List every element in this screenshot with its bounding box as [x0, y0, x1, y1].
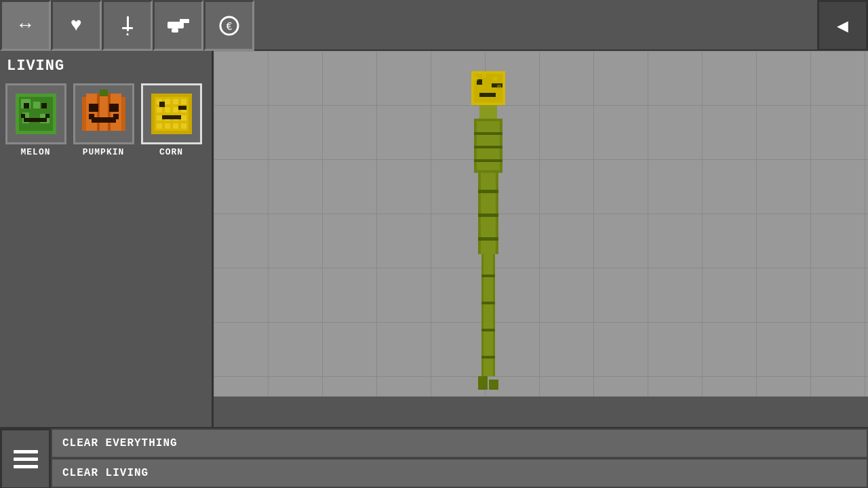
melon-label: MELON	[20, 147, 50, 157]
svg-rect-34	[481, 356, 495, 359]
svg-rect-13	[479, 93, 496, 97]
pumpkin-label: PUMPKIN	[83, 147, 125, 157]
items-grid: MELON PUMPKIN CORN	[0, 80, 212, 161]
svg-rect-15	[482, 74, 486, 78]
svg-rect-16	[493, 77, 497, 81]
svg-rect-22	[474, 146, 502, 148]
clear-living-button[interactable]: CLEAR LIVING	[51, 458, 868, 488]
svg-rect-28	[478, 237, 498, 241]
item-corn[interactable]: CORN	[139, 83, 203, 157]
svg-rect-5	[172, 28, 178, 33]
main-area: LIVING MELON PUMPKIN CORN	[0, 51, 868, 427]
sidebar-title: LIVING	[0, 51, 212, 80]
svg-rect-17	[497, 85, 501, 89]
corn-character	[458, 71, 519, 396]
svg-rect-37	[14, 450, 38, 453]
clear-everything-button[interactable]: CLEAR EVERYTHING	[51, 428, 868, 458]
corn-icon-box	[141, 83, 202, 144]
corn-label: CORN	[159, 147, 183, 157]
svg-rect-31	[481, 274, 495, 277]
item-melon[interactable]: MELON	[3, 83, 68, 157]
svg-rect-33	[481, 329, 495, 331]
svg-marker-2	[126, 33, 129, 35]
extra-button[interactable]: €	[203, 0, 254, 51]
back-button[interactable]: ↔	[0, 0, 51, 51]
melon-icon-box	[5, 83, 66, 144]
item-pumpkin[interactable]: PUMPKIN	[71, 83, 136, 157]
svg-rect-4	[180, 19, 189, 23]
sidebar: LIVING MELON PUMPKIN CORN	[0, 51, 214, 427]
menu-icon-button[interactable]	[0, 428, 51, 488]
sidebar-spacer	[0, 161, 212, 427]
svg-rect-39	[14, 465, 38, 468]
svg-rect-14	[474, 77, 478, 81]
svg-rect-21	[474, 132, 502, 135]
clear-buttons: CLEAR EVERYTHING CLEAR LIVING	[51, 428, 868, 488]
svg-rect-26	[478, 190, 498, 193]
bottom-bar: CLEAR EVERYTHING CLEAR LIVING	[0, 427, 868, 488]
collapse-button[interactable]: ◀	[817, 0, 868, 51]
sword-button[interactable]	[102, 0, 153, 51]
gun-button[interactable]	[153, 0, 203, 51]
toolbar: ↔ ♥ € ◀	[0, 0, 868, 51]
svg-rect-36	[489, 380, 498, 390]
ground	[214, 396, 868, 427]
pumpkin-icon-box	[73, 83, 134, 144]
health-button[interactable]: ♥	[51, 0, 102, 51]
svg-rect-1	[122, 27, 133, 29]
svg-rect-18	[479, 105, 497, 119]
svg-rect-27	[478, 214, 498, 217]
svg-text:€: €	[226, 21, 233, 33]
svg-rect-32	[481, 302, 495, 304]
svg-rect-23	[474, 159, 502, 162]
svg-point-6	[167, 24, 170, 26]
viewport[interactable]	[214, 51, 868, 427]
svg-rect-35	[478, 376, 488, 390]
svg-rect-38	[14, 458, 38, 461]
